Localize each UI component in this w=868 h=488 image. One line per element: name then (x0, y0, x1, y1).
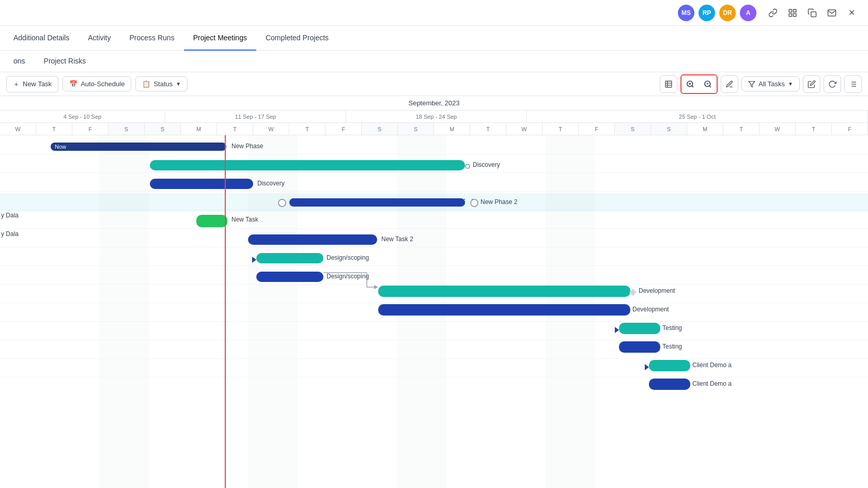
zoom-in-button[interactable] (681, 75, 699, 93)
task-row-dev2: Development (0, 301, 868, 319)
day-T5: T (542, 123, 579, 135)
week-cell-3: 18 Sep - 24 Sep (346, 111, 527, 122)
avatar-dr[interactable]: DR (719, 5, 736, 21)
status-icon: 📋 (142, 80, 150, 88)
day-W: W (0, 123, 36, 135)
bar-new-task[interactable] (196, 215, 227, 227)
task-row-dev1: Development (0, 282, 868, 301)
status-button[interactable]: 📋 Status ▼ (135, 76, 188, 91)
avatar-rp[interactable]: RP (699, 5, 715, 21)
bar-client-demo-blue[interactable] (649, 379, 690, 390)
label-development1: Development (639, 287, 675, 294)
tab-ons[interactable]: ons (4, 49, 35, 74)
svg-rect-4 (811, 11, 816, 17)
nav-row2: ons Project Risks (0, 51, 868, 72)
auto-schedule-button[interactable]: 📅 Auto-Schedule (63, 76, 131, 91)
bar-client-demo-cyan[interactable] (649, 360, 690, 371)
day-T7: T (796, 123, 832, 135)
day-M1: M (181, 123, 217, 135)
label-design-scoping1: Design/scoping (327, 254, 369, 261)
bar-design-scoping-cyan[interactable] (256, 253, 323, 263)
label-testing2: Testing (662, 343, 682, 350)
label-discovery2: Discovery (257, 180, 285, 187)
task-row-client-demo2: Client Demo a (0, 375, 868, 393)
table-view-button[interactable] (660, 75, 677, 93)
link-icon-btn[interactable] (765, 5, 781, 21)
day-S1: S (109, 123, 145, 135)
week-cell-2: 11 Sep - 17 Sep (165, 111, 346, 122)
tab-additional-details[interactable]: Additional Details (4, 26, 79, 51)
filter-button[interactable]: All Tasks ▼ (741, 76, 800, 91)
draw-button[interactable] (721, 75, 738, 93)
task-row-discovery1: Discovery (0, 156, 868, 175)
edit-button[interactable] (803, 75, 820, 93)
tab-process-runs[interactable]: Process Runs (120, 26, 184, 51)
mail-icon-btn[interactable] (824, 5, 840, 21)
label-discovery1: Discovery (473, 161, 500, 168)
day-F1: F (72, 123, 109, 135)
task-row-new-phase: Now New Phase (0, 137, 868, 156)
day-T4: T (470, 123, 506, 135)
copy-icon-btn[interactable] (804, 5, 820, 21)
plus-icon: ＋ (13, 80, 20, 89)
nav-row1: Additional Details Activity Process Runs… (0, 26, 868, 51)
day-F4: F (832, 123, 868, 135)
task-row-new-phase2: ⋮⋮ ⋮⋮ New Phase 2 (0, 193, 868, 212)
month-header: September, 2023 (0, 96, 868, 111)
day-W3: W (506, 123, 542, 135)
filter-chevron-icon: ▼ (788, 81, 793, 87)
svg-rect-0 (789, 9, 792, 12)
avatar-ms[interactable]: MS (678, 5, 694, 21)
toolbar: ＋ New Task 📅 Auto-Schedule 📋 Status ▼ (0, 72, 868, 96)
bar-new-task2[interactable] (248, 234, 377, 245)
task-row-new-task2: New Task 2 (0, 230, 868, 249)
new-task-button[interactable]: ＋ New Task (6, 76, 58, 92)
task-row-discovery2: Discovery (0, 175, 868, 193)
gantt-container: September, 2023 4 Sep - 10 Sep 11 Sep - … (0, 96, 868, 488)
week-cell-1: 4 Sep - 10 Sep (0, 111, 165, 122)
task-row-testing1: Testing (0, 319, 868, 338)
svg-rect-2 (789, 13, 792, 16)
day-F2: F (326, 123, 362, 135)
task-row-testing2: Testing (0, 338, 868, 356)
gantt-view-button[interactable] (844, 75, 862, 93)
day-S3: S (362, 123, 398, 135)
tab-activity[interactable]: Activity (79, 26, 120, 51)
tab-project-meetings[interactable]: Project Meetings (184, 26, 256, 51)
bar-design-scoping-blue[interactable] (256, 272, 323, 282)
day-S2: S (145, 123, 181, 135)
day-W4: W (760, 123, 796, 135)
grid-icon-btn[interactable] (784, 5, 801, 21)
bar-discovery-blue[interactable] (150, 179, 253, 189)
day-W2: W (253, 123, 289, 135)
day-S5: S (615, 123, 651, 135)
day-M2: M (434, 123, 470, 135)
day-S6: S (651, 123, 687, 135)
bar-testing-blue[interactable] (619, 341, 660, 353)
bar-new-phase[interactable]: Now (51, 143, 226, 151)
zoom-out-button[interactable] (699, 75, 717, 93)
close-icon-btn[interactable]: ✕ (843, 5, 860, 21)
day-T6: T (723, 123, 760, 135)
label-new-task2: New Task 2 (381, 235, 413, 243)
day-T1: T (36, 123, 72, 135)
tab-project-risks[interactable]: Project Risks (35, 49, 96, 74)
avatar-a[interactable]: A (740, 5, 756, 21)
tab-completed-projects[interactable]: Completed Projects (256, 26, 338, 51)
bar-development-cyan[interactable] (378, 286, 630, 297)
day-S4: S (398, 123, 434, 135)
label-testing1: Testing (662, 324, 682, 332)
label-client-demo1: Client Demo a (692, 361, 732, 369)
zoom-group (680, 74, 718, 94)
label-design-scoping2: Design/scoping (327, 273, 369, 280)
refresh-button[interactable] (824, 75, 841, 93)
bar-discovery-cyan[interactable] (150, 160, 465, 170)
svg-line-10 (692, 86, 693, 87)
svg-rect-1 (794, 9, 796, 12)
bar-testing-cyan[interactable] (619, 323, 660, 334)
chevron-down-icon: ▼ (176, 81, 181, 87)
bar-development-blue[interactable] (378, 304, 630, 316)
gantt-grid: Now New Phase Discovery Discovery ⋮⋮ ⋮ (0, 135, 868, 488)
label-new-phase: New Phase (231, 143, 263, 150)
today-line (225, 135, 226, 488)
